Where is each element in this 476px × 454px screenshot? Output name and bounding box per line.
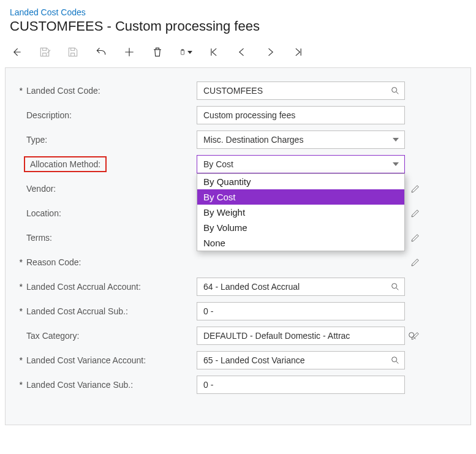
- pencil-icon: [410, 330, 421, 341]
- label-vendor: Vendor:: [26, 184, 56, 194]
- dropdown-option[interactable]: By Quantity: [197, 174, 404, 189]
- pencil-icon: [410, 183, 421, 194]
- variance-account-input[interactable]: 65 - Landed Cost Variance: [197, 351, 405, 369]
- edit-vendor-button[interactable]: [409, 183, 422, 194]
- nav-first-button[interactable]: [207, 45, 221, 59]
- accrual-sub-input[interactable]: 0 -: [197, 302, 405, 320]
- back-button[interactable]: [10, 45, 23, 59]
- type-select[interactable]: Misc. Destination Charges: [197, 131, 405, 149]
- add-button[interactable]: [123, 45, 136, 59]
- form-panel: * Landed Cost Code: CUSTOMFEES Descripti…: [5, 67, 471, 425]
- allocation-method-dropdown: By Quantity By Cost By Weight By Volume …: [197, 173, 405, 251]
- landed-cost-code-input[interactable]: CUSTOMFEES: [197, 81, 405, 100]
- pencil-icon: [410, 232, 421, 243]
- required-marker: *: [18, 306, 23, 316]
- breadcrumb[interactable]: Landed Cost Codes: [10, 7, 86, 17]
- nav-last-button[interactable]: [292, 45, 305, 59]
- pencil-icon: [410, 208, 421, 219]
- nav-prev-button[interactable]: [235, 45, 249, 59]
- label-tax-category: Tax Category:: [26, 331, 79, 341]
- label-variance-sub: Landed Cost Variance Sub.:: [26, 380, 133, 390]
- label-variance-account: Landed Cost Variance Account:: [26, 355, 146, 365]
- required-marker: *: [18, 282, 23, 292]
- clipboard-button[interactable]: [179, 45, 192, 59]
- dropdown-option[interactable]: By Cost: [197, 189, 404, 205]
- nav-next-button[interactable]: [263, 45, 277, 59]
- edit-location-button[interactable]: [409, 208, 422, 219]
- label-reason-code: Reason Code:: [26, 257, 81, 267]
- label-allocation-method: Allocation Method:: [24, 156, 107, 172]
- description-input[interactable]: Custom processing fees: [197, 106, 405, 124]
- dropdown-option[interactable]: By Volume: [197, 220, 404, 235]
- label-accrual-sub: Landed Cost Accrual Sub.:: [26, 306, 128, 316]
- label-location: Location:: [26, 208, 61, 218]
- page-title: CUSTOMFEES - Custom processing fees: [10, 18, 466, 34]
- label-accrual-account: Landed Cost Accrual Account:: [26, 282, 141, 292]
- required-marker: *: [18, 355, 23, 365]
- required-marker: *: [18, 86, 23, 96]
- dropdown-option[interactable]: None: [197, 235, 404, 251]
- dropdown-option[interactable]: By Weight: [197, 205, 404, 220]
- save-close-button: [38, 45, 51, 59]
- edit-terms-button[interactable]: [409, 232, 422, 243]
- label-landed-cost-code: Landed Cost Code:: [26, 86, 100, 96]
- chevron-down-icon: [187, 51, 192, 54]
- accrual-account-input[interactable]: 64 - Landed Cost Accrual: [197, 278, 405, 296]
- variance-sub-input[interactable]: 0 -: [197, 376, 405, 394]
- required-marker: *: [18, 380, 23, 390]
- required-marker: *: [18, 257, 23, 267]
- save-button: [66, 45, 80, 59]
- delete-button[interactable]: [151, 45, 164, 59]
- label-type: Type:: [26, 135, 47, 145]
- edit-tax-category-button[interactable]: [409, 330, 422, 341]
- edit-reason-code-button[interactable]: [409, 257, 422, 268]
- label-terms: Terms:: [26, 233, 52, 243]
- allocation-method-select[interactable]: By Cost: [197, 155, 405, 173]
- tax-category-input[interactable]: DEFAULTD - Default Domestic - Attrac: [197, 327, 405, 345]
- toolbar: [0, 39, 476, 67]
- label-description: Description:: [26, 110, 72, 120]
- pencil-icon: [410, 257, 421, 268]
- undo-button[interactable]: [94, 45, 108, 59]
